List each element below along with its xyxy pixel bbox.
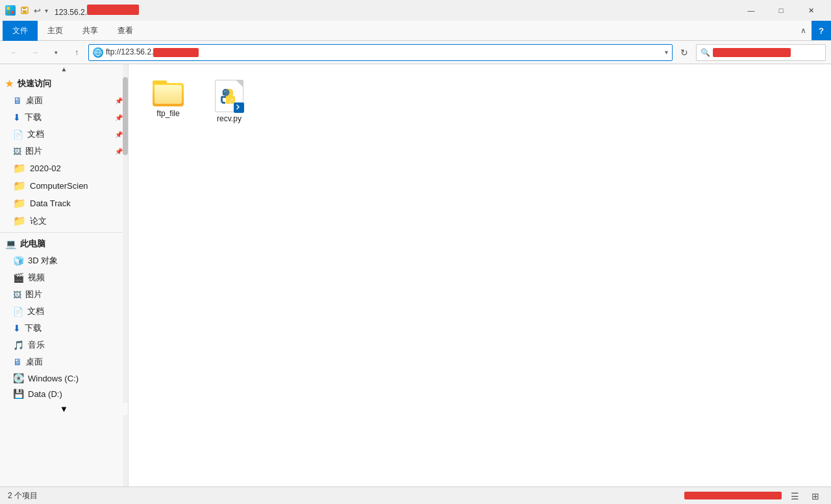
svg-rect-1 bbox=[11, 7, 14, 10]
title-bar-left: ↩ ▾ 123.56.2. bbox=[5, 5, 139, 17]
sidebar-item-data-d[interactable]: 💾 Data (D:) bbox=[0, 386, 128, 402]
pictures-icon: 🖼 bbox=[13, 147, 21, 156]
title-redacted bbox=[87, 5, 139, 15]
folder-cs-label: ComputerScien bbox=[30, 181, 123, 191]
svg-point-11 bbox=[228, 95, 235, 102]
sidebar-item-downloads[interactable]: ⬇ 下载 📌 bbox=[0, 109, 128, 126]
address-chevron[interactable]: ▾ bbox=[665, 49, 668, 56]
sidebar-item-pictures[interactable]: 🖼 图片 📌 bbox=[0, 143, 128, 160]
quick-access-header[interactable]: ★ 快速访问 bbox=[0, 75, 128, 92]
pictures-pc-icon: 🖼 bbox=[13, 290, 21, 300]
sidebar-item-pictures-pc[interactable]: 🖼 图片 bbox=[0, 286, 128, 303]
music-label: 音乐 bbox=[28, 339, 123, 351]
svg-rect-3 bbox=[11, 11, 14, 14]
desktop-pin: 📌 bbox=[115, 97, 123, 104]
folder-2020-icon: 📁 bbox=[13, 162, 26, 174]
thispc-label: 此电脑 bbox=[20, 238, 123, 250]
address-bar-row: ← → ▾ ↑ ftp://123.56.2. ▾ ↻ 🔍 bbox=[0, 41, 831, 64]
minimize-button[interactable]: — bbox=[736, 0, 766, 21]
address-redacted bbox=[153, 48, 199, 57]
tab-share[interactable]: 共享 bbox=[73, 21, 108, 40]
desktop-pc-icon: 🖥 bbox=[13, 357, 22, 367]
sidebar-item-downloads-pc[interactable]: ⬇ 下载 bbox=[0, 320, 128, 337]
ribbon-expand[interactable]: ∧ bbox=[795, 21, 812, 40]
svg-point-10 bbox=[223, 89, 230, 96]
folder-datatrack-icon: 📁 bbox=[13, 197, 26, 210]
sidebar-item-2020-02[interactable]: 📁 2020-02 bbox=[0, 160, 128, 177]
sidebar-scrollbar[interactable] bbox=[123, 64, 128, 486]
pictures-pc-label: 图片 bbox=[25, 289, 123, 300]
folder-datatrack-label: Data Track bbox=[30, 198, 123, 208]
list-view-button[interactable]: ☰ bbox=[787, 489, 802, 503]
folder-ftp-icon bbox=[153, 80, 184, 106]
detail-view-button[interactable]: ⊞ bbox=[808, 489, 823, 503]
window-title: 123.56.2. bbox=[55, 5, 139, 17]
status-url[interactable] bbox=[684, 492, 782, 501]
file-item-recv-py[interactable]: recv.py bbox=[200, 75, 258, 129]
sidebar-item-3d[interactable]: 🧊 3D 对象 bbox=[0, 252, 128, 269]
documents-pin: 📌 bbox=[115, 131, 123, 138]
title-bar-chevron[interactable]: ▾ bbox=[45, 7, 48, 14]
quick-access-label: 快速访问 bbox=[18, 78, 123, 90]
recent-locations-button[interactable]: ▾ bbox=[47, 44, 65, 61]
svg-rect-6 bbox=[23, 7, 26, 9]
sidebar-item-computerscience[interactable]: 📁 ComputerScien bbox=[0, 177, 128, 195]
address-box[interactable]: ftp://123.56.2. ▾ bbox=[88, 44, 673, 61]
quick-access-undo[interactable]: ↩ bbox=[34, 6, 41, 16]
ribbon-help[interactable]: ? bbox=[812, 21, 831, 40]
quick-access-icon: ★ bbox=[5, 78, 14, 89]
folder-lunwen-icon: 📁 bbox=[13, 215, 26, 227]
sidebar-item-documents-pc[interactable]: 📄 文档 bbox=[0, 303, 128, 320]
sidebar-item-video[interactable]: 🎬 视频 bbox=[0, 269, 128, 286]
sidebar-item-documents[interactable]: 📄 文档 📌 bbox=[0, 126, 128, 143]
maximize-button[interactable]: □ bbox=[766, 0, 796, 21]
sidebar-item-music[interactable]: 🎵 音乐 bbox=[0, 337, 128, 354]
close-button[interactable]: ✕ bbox=[796, 0, 826, 21]
sidebar-item-lunwen[interactable]: 📁 论文 bbox=[0, 212, 128, 230]
file-item-ftp-folder[interactable]: ftp_file bbox=[139, 75, 197, 129]
tab-file[interactable]: 文件 bbox=[3, 21, 38, 41]
url-redacted bbox=[684, 492, 782, 499]
sidebar-scroll-up[interactable]: ▲ bbox=[0, 64, 128, 74]
search-box[interactable]: 🔍 bbox=[696, 44, 826, 61]
search-redacted bbox=[713, 48, 791, 57]
svg-point-13 bbox=[232, 99, 233, 101]
file-name-recv-py: recv.py bbox=[217, 114, 242, 123]
folder-cs-icon: 📁 bbox=[13, 180, 26, 192]
downloads-pc-icon: ⬇ bbox=[13, 323, 21, 333]
file-name-ftp: ftp_file bbox=[156, 109, 179, 118]
documents-icon: 📄 bbox=[13, 130, 23, 139]
ribbon-tabs: 文件 主页 共享 查看 ∧ ? bbox=[0, 21, 831, 40]
3d-icon: 🧊 bbox=[13, 256, 24, 266]
refresh-button[interactable]: ↻ bbox=[675, 44, 693, 61]
status-bar: 2 个项目 ☰ ⊞ bbox=[0, 486, 831, 504]
forward-button[interactable]: → bbox=[26, 44, 44, 61]
tab-view[interactable]: 查看 bbox=[108, 21, 143, 40]
downloads-label: 下载 bbox=[25, 112, 111, 123]
sidebar-item-windows-c[interactable]: 💽 Windows (C:) bbox=[0, 370, 128, 386]
3d-label: 3D 对象 bbox=[28, 255, 123, 267]
sidebar-scroll-down[interactable]: ▼ bbox=[0, 403, 128, 415]
desktop-icon: 🖥 bbox=[13, 95, 22, 106]
thispc-header[interactable]: 💻 此电脑 bbox=[0, 235, 128, 252]
main-area: ▲ ★ 快速访问 🖥 桌面 📌 ⬇ 下载 📌 📄 文档 📌 bbox=[0, 64, 831, 486]
sidebar-scroll-thumb[interactable] bbox=[123, 77, 128, 155]
folder-2020-label: 2020-02 bbox=[30, 163, 123, 173]
quick-access-section: ★ 快速访问 🖥 桌面 📌 ⬇ 下载 📌 📄 文档 📌 🖼 图片 bbox=[0, 74, 128, 231]
up-button[interactable]: ↑ bbox=[68, 44, 86, 61]
svg-rect-0 bbox=[7, 7, 10, 10]
downloads-pc-label: 下载 bbox=[25, 322, 123, 334]
ribbon: 文件 主页 共享 查看 ∧ ? bbox=[0, 21, 831, 41]
tab-home[interactable]: 主页 bbox=[38, 21, 73, 40]
svg-rect-2 bbox=[7, 11, 10, 14]
quick-access-toolbar-save[interactable] bbox=[19, 5, 30, 16]
sidebar-divider-1 bbox=[0, 232, 128, 233]
sidebar-item-desktop[interactable]: 🖥 桌面 📌 bbox=[0, 92, 128, 109]
sidebar-item-desktop-pc[interactable]: 🖥 桌面 bbox=[0, 354, 128, 370]
back-button[interactable]: ← bbox=[5, 44, 23, 61]
svg-point-12 bbox=[225, 91, 226, 92]
content-area: ftp_file bbox=[129, 64, 831, 486]
ftp-icon bbox=[93, 47, 103, 58]
sidebar-item-datatrack[interactable]: 📁 Data Track bbox=[0, 195, 128, 212]
app-icon bbox=[5, 5, 16, 16]
